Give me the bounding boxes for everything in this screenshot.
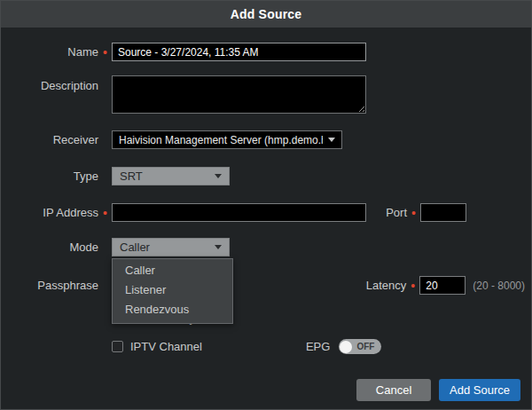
required-dot: • bbox=[407, 207, 420, 219]
name-row: Name • bbox=[1, 43, 531, 61]
latency-label: Latency bbox=[366, 279, 407, 292]
description-textarea[interactable] bbox=[112, 75, 366, 114]
mode-select[interactable]: Caller bbox=[112, 238, 230, 256]
mode-dropdown-list: Caller Listener Rendezvous bbox=[112, 258, 233, 324]
epg-label: EPG bbox=[306, 340, 330, 353]
iptv-channel-checkbox[interactable] bbox=[112, 341, 123, 352]
port-label: Port bbox=[386, 206, 407, 219]
ip-address-label: IP Address bbox=[26, 206, 98, 219]
ip-address-row: IP Address • Port • bbox=[1, 203, 531, 222]
chevron-down-icon bbox=[215, 245, 222, 249]
iptv-channel-row: IPTV Channel EPG OFF bbox=[1, 339, 531, 354]
required-dot: • bbox=[406, 280, 419, 292]
receiver-label: Receiver bbox=[26, 133, 98, 146]
description-label: Description bbox=[26, 75, 98, 92]
description-row: Description bbox=[1, 75, 531, 114]
dialog-header: Add Source bbox=[1, 1, 531, 28]
name-label: Name bbox=[26, 45, 98, 59]
toggle-knob bbox=[340, 341, 352, 353]
type-value: SRT bbox=[120, 170, 143, 183]
epg-toggle[interactable]: OFF bbox=[339, 339, 381, 354]
low-latency-row: Low Latency ? bbox=[1, 311, 531, 325]
add-source-dialog: Add Source Name • Description Receiver H… bbox=[0, 0, 532, 410]
mode-option-rendezvous[interactable]: Rendezvous bbox=[113, 300, 232, 319]
passphrase-row: Passphrase Latency • (20 - 8000) bbox=[1, 276, 531, 295]
latency-hint: (20 - 8000) bbox=[473, 280, 525, 292]
dialog-footer: Cancel Add Source bbox=[356, 379, 520, 401]
add-source-button[interactable]: Add Source bbox=[439, 379, 520, 401]
mode-option-caller[interactable]: Caller bbox=[113, 261, 232, 280]
cancel-button[interactable]: Cancel bbox=[356, 379, 431, 401]
required-dot: • bbox=[98, 46, 112, 59]
type-select[interactable]: SRT bbox=[112, 167, 230, 185]
type-row: Type SRT bbox=[1, 167, 531, 185]
iptv-channel-label: IPTV Channel bbox=[130, 340, 202, 353]
required-dot: • bbox=[98, 207, 112, 219]
toggle-state: OFF bbox=[356, 342, 374, 351]
mode-value: Caller bbox=[120, 240, 150, 254]
mode-option-listener[interactable]: Listener bbox=[113, 280, 232, 300]
mode-row: Mode Caller Caller Listener Rendezvous bbox=[1, 238, 531, 256]
chevron-down-icon bbox=[328, 138, 335, 142]
receiver-select[interactable]: Haivision Management Server (hmp.demo.ha… bbox=[112, 130, 342, 149]
port-input[interactable] bbox=[420, 203, 466, 222]
receiver-row: Receiver Haivision Management Server (hm… bbox=[1, 130, 531, 149]
name-input[interactable] bbox=[112, 43, 366, 61]
dialog-title: Add Source bbox=[231, 7, 302, 21]
chevron-down-icon bbox=[215, 174, 222, 178]
ip-address-input[interactable] bbox=[112, 203, 366, 222]
receiver-value: Haivision Management Server (hmp.demo.ha… bbox=[119, 134, 323, 146]
mode-label: Mode bbox=[26, 240, 98, 254]
type-label: Type bbox=[26, 170, 98, 183]
latency-input[interactable] bbox=[419, 276, 466, 295]
passphrase-label: Passphrase bbox=[26, 279, 98, 292]
